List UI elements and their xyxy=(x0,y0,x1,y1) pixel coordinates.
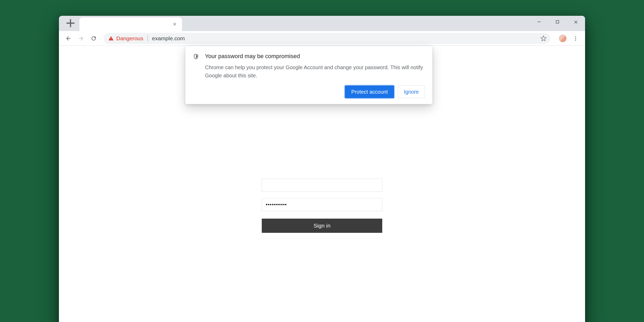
bookmark-button[interactable] xyxy=(540,35,547,42)
toolbar: Dangerous example.com xyxy=(59,31,585,46)
divider xyxy=(148,35,148,42)
shield-icon xyxy=(193,53,199,98)
close-tab-button[interactable] xyxy=(172,20,178,28)
password-warning-popup: Your password may be compromised Chrome … xyxy=(185,46,432,104)
security-chip: Dangerous xyxy=(116,35,143,42)
minimize-icon xyxy=(537,19,541,24)
active-tab[interactable] xyxy=(79,17,182,31)
minimize-button[interactable] xyxy=(530,16,548,28)
protect-account-button[interactable]: Protect account xyxy=(345,85,394,98)
maximize-button[interactable] xyxy=(548,16,567,28)
new-tab-button[interactable] xyxy=(64,16,77,30)
close-icon xyxy=(173,22,177,26)
svg-rect-1 xyxy=(556,21,559,23)
popup-actions: Protect account Ignore xyxy=(205,85,425,98)
forward-button xyxy=(76,33,86,44)
window-controls xyxy=(530,16,585,28)
warning-icon xyxy=(108,36,114,41)
address-bar[interactable]: Dangerous example.com xyxy=(104,33,550,44)
username-field[interactable] xyxy=(262,179,382,192)
svg-point-2 xyxy=(575,36,576,37)
star-icon xyxy=(540,35,547,42)
back-button[interactable] xyxy=(63,33,74,44)
popup-description: Chrome can help you protect your Google … xyxy=(205,63,425,80)
close-window-button[interactable] xyxy=(567,16,585,28)
popup-title: Your password may be compromised xyxy=(205,53,425,60)
profile-avatar[interactable] xyxy=(559,34,567,42)
page-content: Your password may be compromised Chrome … xyxy=(59,46,585,322)
tab-strip xyxy=(59,16,585,31)
reload-icon xyxy=(90,35,97,42)
close-icon xyxy=(573,19,578,24)
svg-point-4 xyxy=(575,39,576,41)
reload-button[interactable] xyxy=(88,33,99,44)
svg-point-3 xyxy=(575,38,576,39)
maximize-icon xyxy=(555,19,560,24)
sign-in-button[interactable]: Sign in xyxy=(262,219,382,233)
svg-rect-0 xyxy=(537,22,541,22)
popup-body: Your password may be compromised Chrome … xyxy=(205,53,425,98)
browser-window: Dangerous example.com Your password may … xyxy=(59,16,585,322)
arrow-left-icon xyxy=(65,35,72,42)
plus-icon xyxy=(64,16,77,30)
chrome-menu-button[interactable] xyxy=(570,36,581,41)
login-form: Sign in xyxy=(262,179,382,233)
kebab-icon xyxy=(573,36,578,41)
password-field[interactable] xyxy=(262,198,382,211)
arrow-right-icon xyxy=(78,35,84,42)
url-text: example.com xyxy=(152,35,185,42)
ignore-button[interactable]: Ignore xyxy=(398,85,425,98)
